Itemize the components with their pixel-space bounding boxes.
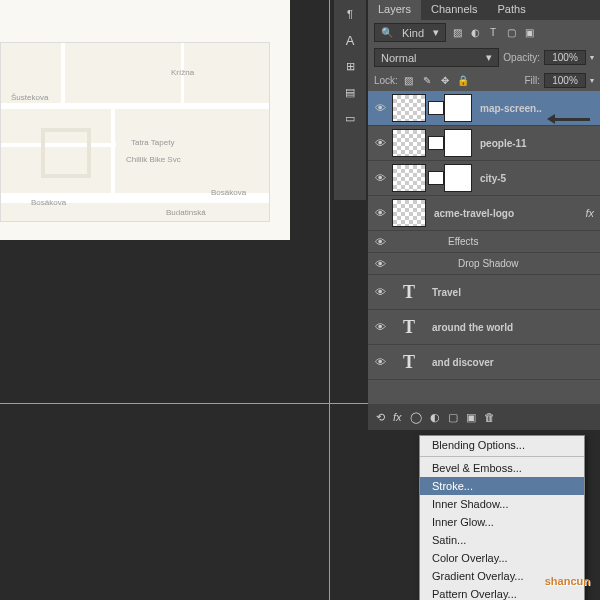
canvas-area[interactable]: Krížna Šustekova Tatra Tapety Chillik Bi… [0, 0, 330, 404]
map-image: Krížna Šustekova Tatra Tapety Chillik Bi… [0, 42, 270, 222]
layer-name: Drop Shadow [452, 258, 600, 269]
link-icon[interactable]: ⟲ [376, 411, 385, 424]
visibility-icon[interactable]: 👁 [368, 207, 392, 219]
layers-panel: Layers Channels Paths 🔍Kind▾ ▨ ◐ T ▢ ▣ N… [368, 0, 600, 430]
map-label: Budatinská [166, 208, 206, 217]
menu-color-overlay[interactable]: Color Overlay... [420, 549, 584, 567]
visibility-icon[interactable]: 👁 [368, 321, 392, 333]
filter-badge [428, 136, 444, 150]
layer-thumb [392, 199, 426, 227]
tab-paths[interactable]: Paths [488, 0, 536, 20]
layer-name[interactable]: and discover [426, 357, 600, 368]
watermark: shancun [545, 569, 590, 590]
paragraph-icon[interactable]: ¶ [336, 2, 364, 26]
tab-channels[interactable]: Channels [421, 0, 487, 20]
layer-name: Effects [442, 236, 600, 247]
guide-vertical[interactable] [329, 0, 330, 600]
trash-icon[interactable]: 🗑 [484, 411, 495, 423]
glyphs-icon[interactable]: ⊞ [336, 54, 364, 78]
fill-label: Fill: [524, 75, 540, 86]
fx-badge[interactable]: fx [585, 207, 600, 219]
annotation-arrow [550, 118, 590, 121]
mask-thumb [444, 94, 472, 122]
new-layer-icon[interactable]: ▣ [466, 411, 476, 424]
group-icon[interactable]: ▢ [448, 411, 458, 424]
map-label: Šustekova [11, 93, 48, 102]
layer-name[interactable]: around the world [426, 322, 600, 333]
menu-bevel[interactable]: Bevel & Emboss... [420, 459, 584, 477]
menu-satin[interactable]: Satin... [420, 531, 584, 549]
panel-icon[interactable]: ▭ [336, 106, 364, 130]
lock-pos-icon[interactable]: ✥ [438, 74, 452, 88]
menu-separator [420, 456, 584, 457]
layer-people[interactable]: 👁 people-11 [368, 126, 600, 161]
opacity-field[interactable]: 100% [544, 50, 586, 65]
layer-name[interactable]: map-screen.. [474, 103, 600, 114]
filter-pixel-icon[interactable]: ▨ [450, 26, 464, 40]
fill-field[interactable]: 100% [544, 73, 586, 88]
layer-dropshadow[interactable]: 👁 Drop Shadow [368, 253, 600, 275]
fx-icon[interactable]: fx [393, 411, 402, 423]
filter-type-icon[interactable]: T [486, 26, 500, 40]
document: Krížna Šustekova Tatra Tapety Chillik Bi… [0, 0, 290, 240]
map-label: Tatra Tapety [131, 138, 174, 147]
filter-adjust-icon[interactable]: ◐ [468, 26, 482, 40]
layer-name[interactable]: acme-travel-logo [428, 208, 585, 219]
text-layer-icon: T [392, 352, 426, 373]
map-label: Bosákova [31, 198, 66, 207]
layer-logo[interactable]: 👁 acme-travel-logo fx [368, 196, 600, 231]
layer-thumb [392, 164, 426, 192]
visibility-icon[interactable]: 👁 [368, 102, 392, 114]
mask-icon[interactable]: ◯ [410, 411, 422, 424]
styles-icon[interactable]: ▤ [336, 80, 364, 104]
filter-badge [428, 101, 444, 115]
lock-trans-icon[interactable]: ▨ [402, 74, 416, 88]
mask-thumb [444, 164, 472, 192]
blend-row: Normal▾ Opacity: 100%▾ [368, 45, 600, 70]
filter-badge [428, 171, 444, 185]
opacity-label: Opacity: [503, 52, 540, 63]
mask-thumb [444, 129, 472, 157]
layer-name[interactable]: city-5 [474, 173, 600, 184]
filter-row: 🔍Kind▾ ▨ ◐ T ▢ ▣ [368, 20, 600, 45]
layer-thumb [392, 94, 426, 122]
character-icon[interactable]: A [336, 28, 364, 52]
menu-inner-shadow[interactable]: Inner Shadow... [420, 495, 584, 513]
filter-kind-select[interactable]: 🔍Kind▾ [374, 23, 446, 42]
text-layer-icon: T [392, 317, 426, 338]
layer-name[interactable]: Travel [426, 287, 600, 298]
visibility-icon[interactable]: 👁 [368, 286, 392, 298]
layer-travel[interactable]: 👁 T Travel [368, 275, 600, 310]
layer-name[interactable]: people-11 [474, 138, 600, 149]
lock-row: Lock: ▨ ✎ ✥ 🔒 Fill: 100%▾ [368, 70, 600, 91]
layers-footer: ⟲ fx ◯ ◐ ▢ ▣ 🗑 [368, 404, 600, 430]
visibility-icon[interactable]: 👁 [368, 356, 392, 368]
lock-pixels-icon[interactable]: ✎ [420, 74, 434, 88]
visibility-icon[interactable]: 👁 [368, 236, 392, 248]
map-label: Chillik Bike Svc [126, 155, 181, 164]
options-dock: ¶ A ⊞ ▤ ▭ [334, 0, 366, 200]
menu-stroke[interactable]: Stroke... [420, 477, 584, 495]
menu-blending-options[interactable]: Blending Options... [420, 436, 584, 454]
layer-discover[interactable]: 👁 T and discover [368, 345, 600, 380]
lock-label: Lock: [374, 75, 398, 86]
layer-effects[interactable]: 👁 Effects [368, 231, 600, 253]
map-label: Krížna [171, 68, 194, 77]
lock-all-icon[interactable]: 🔒 [456, 74, 470, 88]
layers-list: 👁 map-screen.. 👁 people-11 👁 city-5 👁 ac… [368, 91, 600, 380]
blend-mode-select[interactable]: Normal▾ [374, 48, 499, 67]
menu-inner-glow[interactable]: Inner Glow... [420, 513, 584, 531]
visibility-icon[interactable]: 👁 [368, 137, 392, 149]
filter-shape-icon[interactable]: ▢ [504, 26, 518, 40]
panel-tabs: Layers Channels Paths [368, 0, 600, 20]
text-layer-icon: T [392, 282, 426, 303]
layer-city[interactable]: 👁 city-5 [368, 161, 600, 196]
map-label: Bosákova [211, 188, 246, 197]
layer-around[interactable]: 👁 T around the world [368, 310, 600, 345]
visibility-icon[interactable]: 👁 [368, 258, 392, 270]
layer-thumb [392, 129, 426, 157]
visibility-icon[interactable]: 👁 [368, 172, 392, 184]
tab-layers[interactable]: Layers [368, 0, 421, 20]
fill-adj-icon[interactable]: ◐ [430, 411, 440, 424]
filter-smart-icon[interactable]: ▣ [522, 26, 536, 40]
